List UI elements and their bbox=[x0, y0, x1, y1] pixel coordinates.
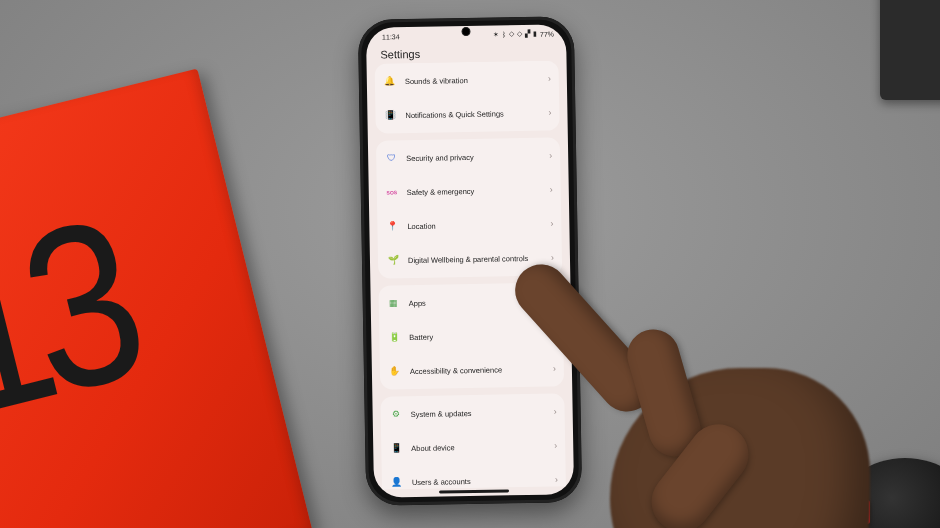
battery-icon: ▮ bbox=[533, 30, 537, 38]
front-camera bbox=[461, 27, 470, 36]
status-time: 11:34 bbox=[382, 33, 400, 40]
settings-row[interactable]: ⚙System & updates› bbox=[380, 394, 565, 431]
settings-row[interactable]: 🌱Digital Wellbeing & parental controls› bbox=[378, 240, 563, 277]
settings-group: 🛡Security and privacy›SOSSafety & emerge… bbox=[376, 137, 562, 278]
settings-row[interactable]: ✋Accessibility & convenience› bbox=[380, 351, 565, 388]
battery-text: 77% bbox=[540, 30, 554, 37]
users-icon: 👤 bbox=[390, 475, 404, 489]
chevron-right-icon: › bbox=[548, 74, 551, 84]
chevron-right-icon: › bbox=[553, 364, 556, 374]
settings-row[interactable]: 📱About device› bbox=[381, 428, 566, 465]
settings-row[interactable]: SOSSafety & emergency› bbox=[376, 172, 561, 209]
chevron-right-icon: › bbox=[554, 441, 557, 451]
security-icon: 🛡 bbox=[384, 151, 398, 165]
chevron-right-icon: › bbox=[550, 185, 553, 195]
settings-group: 🔔Sounds & vibration›📳Notifications & Qui… bbox=[375, 60, 560, 133]
sos-icon: SOS bbox=[385, 185, 399, 199]
settings-row-label: Location bbox=[407, 219, 546, 230]
settings-row[interactable]: 🔔Sounds & vibration› bbox=[375, 61, 560, 98]
red-tag bbox=[822, 500, 870, 524]
chevron-right-icon: › bbox=[551, 253, 554, 263]
vibrate-icon: ✶ bbox=[493, 30, 499, 38]
status-icons: ✶ ᛒ ◇ ◇ ▞ ▮ 77% bbox=[493, 29, 554, 38]
settings-row-label: Safety & emergency bbox=[407, 185, 546, 196]
signal-icon: ▞ bbox=[525, 30, 530, 38]
settings-row-label: Security and privacy bbox=[406, 151, 545, 162]
settings-row-label: System & updates bbox=[411, 407, 550, 418]
object-top-right bbox=[880, 0, 940, 100]
apps-icon: ▦ bbox=[387, 296, 401, 310]
location-icon: 📍 bbox=[385, 219, 399, 233]
about-icon: 📱 bbox=[389, 441, 403, 455]
settings-row[interactable]: 📍Location› bbox=[377, 206, 562, 243]
phone-screen[interactable]: 11:34 ✶ ᛒ ◇ ◇ ▞ ▮ 77% Settings 🔔Sounds &… bbox=[366, 24, 574, 497]
settings-row-label: Apps bbox=[409, 296, 548, 307]
notifications-icon: 📳 bbox=[383, 108, 397, 122]
settings-row[interactable]: ▦Apps› bbox=[378, 283, 563, 320]
gesture-bar[interactable] bbox=[439, 489, 509, 493]
settings-scroll[interactable]: 🔔Sounds & vibration›📳Notifications & Qui… bbox=[367, 60, 574, 489]
wifi-icon: ◇ bbox=[509, 30, 514, 38]
settings-row[interactable]: 📳Notifications & Quick Settings› bbox=[375, 95, 560, 132]
chevron-right-icon: › bbox=[552, 296, 555, 306]
chevron-right-icon: › bbox=[555, 475, 558, 485]
settings-row-label: Battery bbox=[409, 330, 548, 341]
chevron-right-icon: › bbox=[550, 219, 553, 229]
settings-group: ⚙System & updates›📱About device›👤Users &… bbox=[380, 393, 566, 489]
settings-row-label: Sounds & vibration bbox=[405, 74, 544, 85]
accessibility-icon: ✋ bbox=[388, 364, 402, 378]
battery-icon: 🔋 bbox=[387, 330, 401, 344]
settings-row-label: Notifications & Quick Settings bbox=[405, 108, 544, 119]
wellbeing-icon: 🌱 bbox=[386, 253, 400, 267]
settings-row-label: Digital Wellbeing & parental controls bbox=[408, 253, 547, 264]
settings-row-label: Users & accounts bbox=[412, 475, 551, 486]
phone-body: 11:34 ✶ ᛒ ◇ ◇ ▞ ▮ 77% Settings 🔔Sounds &… bbox=[358, 16, 582, 506]
chevron-right-icon: › bbox=[548, 108, 551, 118]
settings-group: ▦Apps›🔋Battery›✋Accessibility & convenie… bbox=[378, 282, 564, 389]
chevron-right-icon: › bbox=[552, 330, 555, 340]
chevron-right-icon: › bbox=[554, 407, 557, 417]
chevron-right-icon: › bbox=[549, 151, 552, 161]
settings-row-label: About device bbox=[411, 441, 550, 452]
settings-row[interactable]: 👤Users & accounts› bbox=[382, 462, 567, 489]
sounds-icon: 🔔 bbox=[383, 74, 397, 88]
wifi-icon: ◇ bbox=[517, 30, 522, 38]
bluetooth-icon: ᛒ bbox=[502, 31, 506, 38]
settings-row[interactable]: 🔋Battery› bbox=[379, 317, 564, 354]
settings-row[interactable]: 🛡Security and privacy› bbox=[376, 138, 561, 175]
settings-row-label: Accessibility & convenience bbox=[410, 364, 549, 375]
system-icon: ⚙ bbox=[389, 407, 403, 421]
